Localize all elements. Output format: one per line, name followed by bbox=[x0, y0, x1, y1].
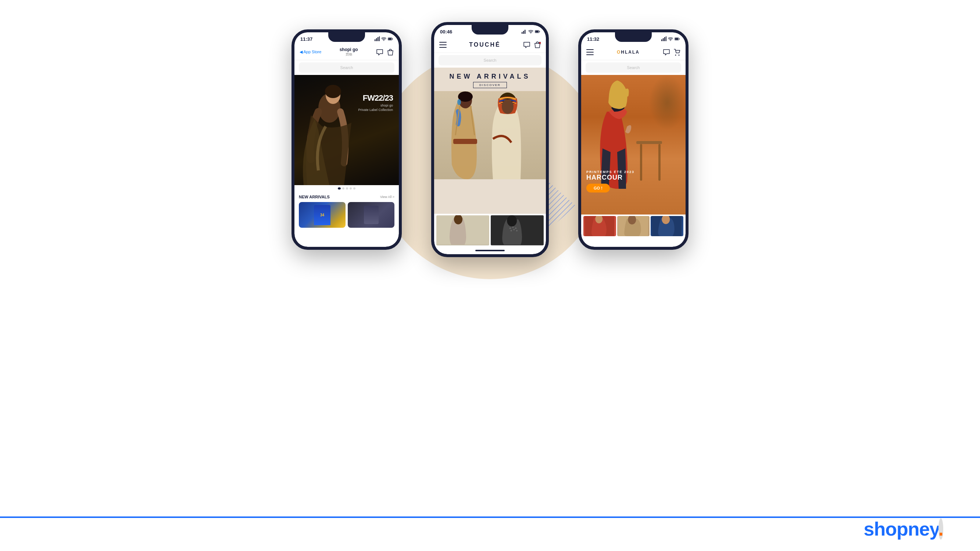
signal-icon-2 bbox=[522, 29, 527, 34]
svg-point-31 bbox=[502, 99, 514, 114]
svg-rect-3 bbox=[376, 38, 377, 41]
thumb3-1[interactable] bbox=[583, 216, 616, 236]
menu-icon-2[interactable] bbox=[439, 42, 447, 48]
phone2-models bbox=[434, 91, 546, 179]
cart-icon-3[interactable] bbox=[674, 49, 681, 56]
svg-rect-45 bbox=[666, 37, 667, 41]
phone1-hero-text: FW22/23 shopi go Private Label Collectio… bbox=[358, 93, 393, 112]
search-bar-1: Search bbox=[294, 60, 399, 75]
status-icons-2 bbox=[522, 29, 540, 34]
home-bar-2 bbox=[475, 250, 505, 251]
dot-2 bbox=[342, 187, 344, 189]
svg-rect-57 bbox=[659, 144, 660, 181]
phone2-hero: NEW ARRIVALS DISCOVER bbox=[434, 68, 546, 214]
search-bar-2: Search bbox=[434, 53, 546, 68]
wifi-icon-1 bbox=[381, 37, 387, 41]
time-2: 00:46 bbox=[440, 29, 452, 35]
signal-icon-3 bbox=[661, 37, 667, 41]
chat-icon-1[interactable] bbox=[376, 49, 383, 56]
notch-1 bbox=[328, 32, 365, 42]
svg-rect-26 bbox=[453, 139, 477, 144]
svg-point-35 bbox=[507, 215, 517, 226]
thumb-1[interactable] bbox=[436, 215, 489, 245]
svg-rect-49 bbox=[675, 38, 678, 40]
phone2-thumbnails bbox=[434, 214, 546, 247]
phone-ohlala: 11:32 bbox=[578, 29, 689, 250]
svg-point-36 bbox=[509, 227, 511, 229]
thumb-2[interactable] bbox=[491, 215, 544, 245]
section-title-1: NEW ARRIVALS bbox=[299, 195, 330, 199]
svg-rect-9 bbox=[388, 38, 391, 40]
svg-point-38 bbox=[515, 227, 517, 229]
home-indicator-2 bbox=[434, 247, 546, 254]
thumb3-figure-3 bbox=[651, 216, 683, 236]
section-header-1: NEW ARRIVALS View All > bbox=[294, 192, 399, 200]
svg-point-39 bbox=[511, 230, 512, 232]
new-arrivals-text: NEW ARRIVALS bbox=[434, 73, 546, 81]
search-input-1[interactable]: Search bbox=[299, 62, 395, 73]
search-bar-3: Search bbox=[581, 60, 686, 75]
svg-rect-43 bbox=[663, 38, 664, 41]
bottom-line bbox=[0, 516, 980, 518]
svg-rect-4 bbox=[377, 37, 379, 41]
discover-button[interactable]: DISCOVER bbox=[473, 82, 507, 88]
svg-rect-8 bbox=[392, 38, 393, 39]
product-grid-1: 34 bbox=[294, 200, 399, 229]
svg-rect-44 bbox=[664, 37, 665, 41]
svg-rect-18 bbox=[539, 31, 540, 32]
svg-rect-15 bbox=[525, 30, 526, 34]
phone3-hero: PRINTEMPS ÉTÉ 2023 HARCOUR GO ! bbox=[581, 75, 686, 214]
status-icons-1 bbox=[375, 37, 393, 41]
nav-title-1: shopi go 買物 bbox=[340, 47, 358, 57]
svg-rect-14 bbox=[523, 31, 524, 34]
bag-icon-1[interactable] bbox=[387, 49, 394, 56]
fashion-figure-1 bbox=[300, 79, 359, 185]
section-link-1[interactable]: View All > bbox=[380, 195, 395, 199]
nav-title-2: TOUCHÉ bbox=[469, 41, 500, 48]
svg-point-41 bbox=[516, 230, 517, 232]
chat-icon-2[interactable] bbox=[523, 41, 530, 48]
svg-rect-20 bbox=[439, 42, 447, 43]
signal-icon-1 bbox=[375, 37, 380, 41]
nav-bar-1: ◀ App Store shopi go 買物 bbox=[294, 44, 399, 60]
phone2-new-arrivals: NEW ARRIVALS DISCOVER bbox=[434, 68, 546, 91]
time-3: 11:32 bbox=[587, 37, 599, 42]
search-input-2[interactable]: Search bbox=[439, 55, 541, 65]
product-card-2[interactable] bbox=[348, 202, 395, 228]
svg-rect-19 bbox=[535, 30, 539, 32]
thumb-figure-1 bbox=[436, 215, 489, 245]
svg-point-46 bbox=[670, 40, 671, 41]
thumb3-3[interactable] bbox=[651, 216, 683, 236]
status-icons-3 bbox=[661, 37, 680, 41]
svg-rect-56 bbox=[640, 144, 642, 181]
nav-bar-2: TOUCHÉ 1 bbox=[434, 37, 546, 53]
go-button[interactable]: GO ! bbox=[586, 184, 610, 192]
dot-4 bbox=[350, 187, 352, 189]
svg-point-37 bbox=[512, 226, 514, 228]
phone3-hero-text: PRINTEMPS ÉTÉ 2023 HARCOUR GO ! bbox=[586, 170, 635, 192]
notch-2 bbox=[472, 25, 508, 35]
shopney-dot: . bbox=[939, 518, 943, 540]
menu-icon-3[interactable] bbox=[586, 49, 593, 55]
thumb3-figure-1 bbox=[583, 216, 616, 236]
phone3-thumbnails bbox=[581, 214, 686, 238]
models-svg bbox=[434, 91, 546, 179]
svg-point-12 bbox=[325, 85, 341, 98]
battery-icon-3 bbox=[675, 37, 680, 41]
battery-icon-2 bbox=[535, 29, 540, 34]
chat-icon-3[interactable] bbox=[663, 49, 670, 56]
svg-rect-13 bbox=[522, 32, 523, 34]
brand-text: HARCOUR bbox=[586, 174, 635, 181]
dot-1 bbox=[338, 187, 341, 189]
bag-icon-2[interactable]: 1 bbox=[534, 41, 541, 49]
thumb3-figure-2 bbox=[617, 216, 650, 236]
search-input-3[interactable]: Search bbox=[585, 62, 681, 73]
thumb3-2[interactable] bbox=[617, 216, 650, 236]
dot-3 bbox=[346, 187, 348, 189]
svg-rect-55 bbox=[636, 141, 662, 144]
nav-icons-1 bbox=[376, 49, 394, 56]
back-link-1[interactable]: ◀ App Store bbox=[299, 49, 321, 54]
product-card-1[interactable]: 34 bbox=[299, 202, 345, 228]
phone-shopi-go: 11:37 bbox=[291, 29, 402, 250]
svg-point-29 bbox=[457, 99, 461, 105]
